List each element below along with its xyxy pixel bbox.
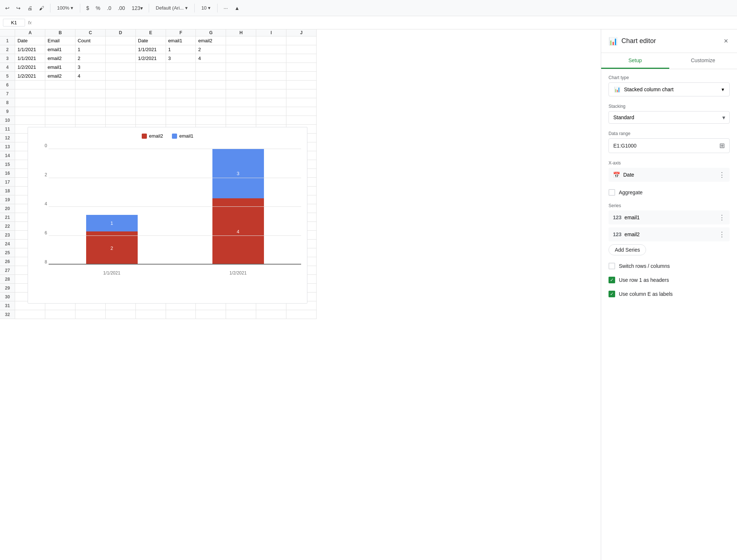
cell-r10-c1[interactable] xyxy=(15,116,45,125)
cell-r8-c8[interactable] xyxy=(226,98,256,107)
cell-r32-c3[interactable] xyxy=(75,310,106,319)
cell-r32-c9[interactable] xyxy=(256,310,286,319)
cell-r5-c9[interactable] xyxy=(256,72,286,81)
cell-r6-c4[interactable] xyxy=(105,81,135,89)
cell-r8-c5[interactable] xyxy=(135,98,166,107)
cell-r9-c5[interactable] xyxy=(135,107,166,116)
tab-customize[interactable]: Customize xyxy=(669,53,737,69)
cell-r8-c1[interactable] xyxy=(15,98,45,107)
close-button[interactable]: × xyxy=(722,35,730,47)
cell-r4-c6[interactable] xyxy=(166,63,196,72)
cell-r8-c2[interactable] xyxy=(45,98,75,107)
cell-r7-c9[interactable] xyxy=(256,89,286,98)
fontsize-dropdown[interactable]: 10 ▾ xyxy=(198,4,214,12)
decrease-decimals-button[interactable]: .0 xyxy=(105,4,114,13)
cell-r3-c2[interactable]: email2 xyxy=(45,54,75,63)
tab-setup[interactable]: Setup xyxy=(601,53,669,69)
cell-r5-c6[interactable] xyxy=(166,72,196,81)
grid-select-icon[interactable]: ⊞ xyxy=(719,142,725,150)
cell-r1-c4[interactable] xyxy=(105,36,135,45)
cell-r7-c2[interactable] xyxy=(45,89,75,98)
cell-r2-c10[interactable] xyxy=(286,45,317,54)
print-button[interactable]: 🖨 xyxy=(25,4,35,13)
col-header-b[interactable]: B xyxy=(45,29,75,36)
cell-r8-c3[interactable] xyxy=(75,98,106,107)
cell-r2-c3[interactable]: 1 xyxy=(75,45,106,54)
cell-r3-c8[interactable] xyxy=(226,54,256,63)
col-header-e[interactable]: E xyxy=(135,29,166,36)
cell-r5-c4[interactable] xyxy=(105,72,135,81)
col-header-i[interactable]: I xyxy=(256,29,286,36)
cell-r32-c8[interactable] xyxy=(226,310,256,319)
bar-stack-2[interactable]: 4 3 xyxy=(212,149,264,265)
cell-r7-c3[interactable] xyxy=(75,89,106,98)
switch-rows-label[interactable]: Switch rows / columns xyxy=(619,263,670,269)
cell-r3-c4[interactable] xyxy=(105,54,135,63)
col-labels-checkbox[interactable] xyxy=(609,291,615,297)
col-header-d[interactable]: D xyxy=(105,29,135,36)
cell-r7-c7[interactable] xyxy=(196,89,226,98)
cell-r10-c3[interactable] xyxy=(75,116,106,125)
x-axis-more-icon[interactable]: ⋮ xyxy=(719,171,725,179)
cell-r9-c4[interactable] xyxy=(105,107,135,116)
currency-button[interactable]: $ xyxy=(84,4,91,13)
cell-r5-c5[interactable] xyxy=(135,72,166,81)
cell-r4-c4[interactable] xyxy=(105,63,135,72)
aggregate-checkbox[interactable] xyxy=(609,189,615,196)
cell-r6-c3[interactable] xyxy=(75,81,106,89)
paint-format-button[interactable]: 🖌 xyxy=(37,4,46,13)
cell-r10-c10[interactable] xyxy=(286,116,317,125)
cell-r2-c2[interactable]: email1 xyxy=(45,45,75,54)
cell-r3-c6[interactable]: 3 xyxy=(166,54,196,63)
redo-button[interactable]: ↪ xyxy=(14,4,23,13)
col-header-f[interactable]: F xyxy=(166,29,196,36)
cell-r8-c6[interactable] xyxy=(166,98,196,107)
col-header-g[interactable]: G xyxy=(196,29,226,36)
cell-r1-c9[interactable] xyxy=(256,36,286,45)
col-header-a[interactable]: A xyxy=(15,29,45,36)
cell-r4-c8[interactable] xyxy=(226,63,256,72)
cell-r3-c1[interactable]: 1/1/2021 xyxy=(15,54,45,63)
cell-r2-c4[interactable] xyxy=(105,45,135,54)
cell-r4-c5[interactable] xyxy=(135,63,166,72)
cell-r3-c9[interactable] xyxy=(256,54,286,63)
cell-r5-c10[interactable] xyxy=(286,72,317,81)
cell-r1-c3[interactable]: Count xyxy=(75,36,106,45)
cell-r6-c10[interactable] xyxy=(286,81,317,89)
col-header-c[interactable]: C xyxy=(75,29,106,36)
cell-r3-c7[interactable]: 4 xyxy=(196,54,226,63)
series-email2-more-icon[interactable]: ⋮ xyxy=(719,230,725,238)
cell-r6-c2[interactable] xyxy=(45,81,75,89)
cell-r8-c7[interactable] xyxy=(196,98,226,107)
cell-r6-c7[interactable] xyxy=(196,81,226,89)
cell-r7-c4[interactable] xyxy=(105,89,135,98)
cell-r6-c9[interactable] xyxy=(256,81,286,89)
cell-r32-c7[interactable] xyxy=(196,310,226,319)
cell-r32-c2[interactable] xyxy=(45,310,75,319)
cell-r5-c8[interactable] xyxy=(226,72,256,81)
cell-r9-c6[interactable] xyxy=(166,107,196,116)
cell-r1-c10[interactable] xyxy=(286,36,317,45)
cell-r32-c6[interactable] xyxy=(166,310,196,319)
collapse-button[interactable]: ▲ xyxy=(232,4,242,13)
cell-r7-c5[interactable] xyxy=(135,89,166,98)
cell-r8-c9[interactable] xyxy=(256,98,286,107)
cell-r2-c7[interactable]: 2 xyxy=(196,45,226,54)
formula-input[interactable] xyxy=(35,19,734,26)
undo-button[interactable]: ↩ xyxy=(3,4,12,13)
cell-r10-c7[interactable] xyxy=(196,116,226,125)
cell-r9-c8[interactable] xyxy=(226,107,256,116)
row-headers-checkbox[interactable] xyxy=(609,277,615,283)
cell-r9-c9[interactable] xyxy=(256,107,286,116)
col-header-h[interactable]: H xyxy=(226,29,256,36)
cell-r8-c4[interactable] xyxy=(105,98,135,107)
cell-r6-c6[interactable] xyxy=(166,81,196,89)
row-headers-label[interactable]: Use row 1 as headers xyxy=(619,277,669,283)
cell-r2-c8[interactable] xyxy=(226,45,256,54)
cell-r4-c3[interactable]: 3 xyxy=(75,63,106,72)
cell-r10-c6[interactable] xyxy=(166,116,196,125)
cell-r4-c2[interactable]: email1 xyxy=(45,63,75,72)
cell-r7-c8[interactable] xyxy=(226,89,256,98)
cell-r5-c3[interactable]: 4 xyxy=(75,72,106,81)
spreadsheet[interactable]: A B C D E F G H I J 1DateEmailCountDatee… xyxy=(0,29,601,560)
